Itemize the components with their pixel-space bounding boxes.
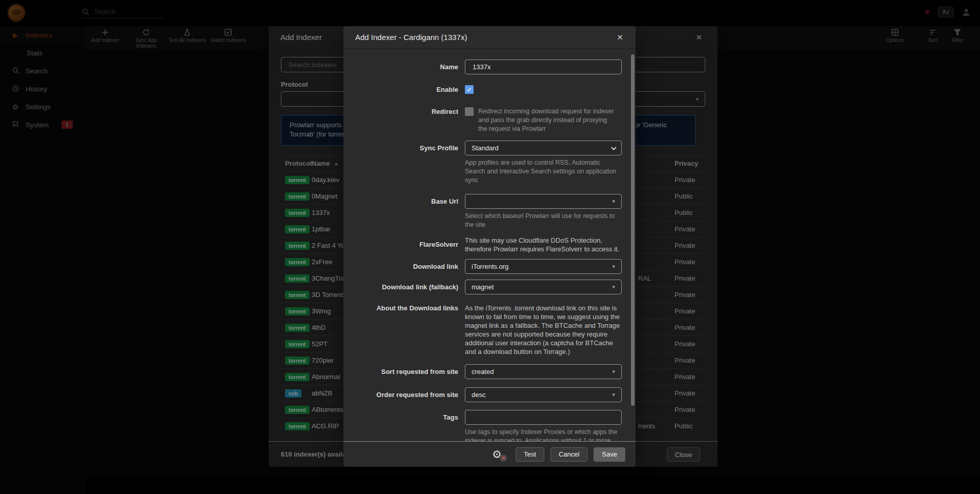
name-input[interactable]: [472, 63, 615, 71]
download-link-fallback-label: Download link (fallback): [343, 280, 458, 294]
about-download-links-label: About the Download links: [343, 304, 458, 356]
download-link-fallback-select[interactable]: magnet ▾: [465, 280, 622, 294]
flaresolverr-text: This site may use Cloudflare DDoS Protec…: [465, 236, 622, 253]
redirect-help: Redirect incoming download request for i…: [478, 107, 616, 133]
advanced-off-badge: ✕: [500, 455, 507, 462]
base-url-row: Base Url ▾ Select which baseurl Prowlarr…: [343, 194, 636, 229]
download-link-row: Download link iTorrents.org ▾: [343, 259, 636, 274]
enable-checkbox[interactable]: ✓: [465, 85, 474, 94]
sync-profile-label: Sync Profile: [343, 141, 458, 185]
flaresolverr-row: FlareSolverr This site may use Cloudflar…: [343, 236, 636, 253]
save-button[interactable]: Save: [594, 447, 625, 462]
order-select[interactable]: desc ▾: [465, 387, 622, 402]
name-label: Name: [343, 60, 458, 74]
name-field[interactable]: [465, 60, 622, 74]
test-button[interactable]: Test: [516, 447, 544, 462]
order-label: Order requested from site: [343, 387, 458, 402]
advanced-settings-toggle[interactable]: ⚙ ✕: [492, 448, 504, 461]
sort-select[interactable]: created ▾: [465, 364, 622, 379]
tags-label: Tags: [343, 410, 458, 441]
redirect-label: Redirect: [343, 107, 458, 133]
download-link-label: Download link: [343, 259, 458, 274]
cardigann-modal-body: Name Enable ✓ Redirect Redirect incoming…: [343, 49, 636, 441]
sort-row: Sort requested from site created ▾: [343, 364, 636, 379]
name-row: Name: [343, 60, 636, 74]
sort-label: Sort requested from site: [343, 364, 458, 379]
cardigann-modal-header: Add Indexer - Cardigann (1337x) ✕: [343, 26, 636, 49]
close-icon[interactable]: ✕: [617, 33, 623, 42]
caret-down-icon: ▾: [612, 198, 615, 205]
sync-profile-select[interactable]: Standard: [465, 141, 622, 155]
caret-down-icon: ▾: [612, 263, 615, 270]
cancel-button[interactable]: Cancel: [550, 447, 587, 462]
cardigann-settings-modal: Add Indexer - Cardigann (1337x) ✕ Name E…: [343, 26, 636, 467]
modal-scrollbar[interactable]: [631, 54, 635, 406]
sync-profile-help: App profiles are used to control RSS, Au…: [465, 159, 622, 185]
caret-down-icon: ▾: [612, 368, 615, 375]
download-link-fallback-row: Download link (fallback) magnet ▾: [343, 280, 636, 294]
order-row: Order requested from site desc ▾: [343, 387, 636, 402]
enable-row: Enable ✓: [343, 85, 636, 94]
caret-down-icon: ▾: [612, 284, 615, 290]
redirect-checkbox[interactable]: [465, 107, 474, 116]
tags-row: Tags Use tags to specify Indexer Proxies…: [343, 410, 636, 441]
flaresolverr-label: FlareSolverr: [343, 236, 458, 253]
enable-label: Enable: [343, 85, 458, 94]
chevron-down-icon: [611, 147, 616, 150]
download-link-select[interactable]: iTorrents.org ▾: [465, 259, 622, 274]
caret-down-icon: ▾: [612, 391, 615, 398]
base-url-select[interactable]: ▾: [465, 194, 622, 209]
base-url-help: Select which baseurl Prowlarr will use f…: [465, 212, 622, 229]
sync-profile-row: Sync Profile Standard App profiles are u…: [343, 141, 636, 185]
tags-input[interactable]: [472, 413, 615, 422]
redirect-row: Redirect Redirect incoming download requ…: [343, 107, 636, 133]
about-download-links-text: As the iTorrents .torrent download link …: [465, 304, 622, 356]
base-url-label: Base Url: [343, 194, 458, 229]
cardigann-modal-footer: ⚙ ✕ Test Cancel Save: [343, 441, 636, 467]
cardigann-modal-title: Add Indexer - Cardigann (1337x): [355, 33, 467, 42]
about-download-links-row: About the Download links As the iTorrent…: [343, 304, 636, 356]
prowlarr-app: ♥ Az ▶IndexersStatsSearchHistory⚙Setting…: [0, 0, 980, 494]
tags-field[interactable]: [465, 410, 622, 425]
tags-help: Use tags to specify Indexer Proxies or w…: [465, 428, 622, 441]
